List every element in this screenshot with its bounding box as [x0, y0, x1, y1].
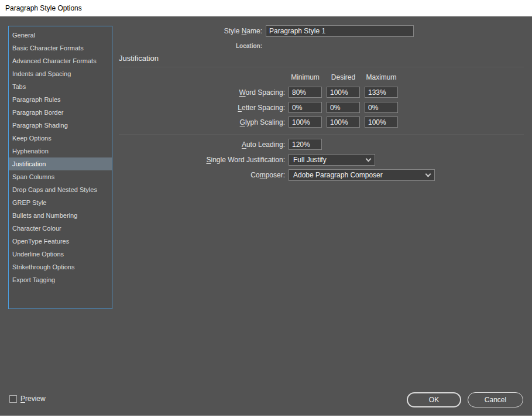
- ok-button[interactable]: OK: [407, 392, 461, 407]
- letter-spacing-minimum-input[interactable]: [289, 102, 322, 113]
- spacing-column-headers: Minimum Desired Maximum: [289, 73, 403, 81]
- style-name-input[interactable]: [266, 25, 414, 37]
- sidebar-item-keep-options[interactable]: Keep Options: [9, 132, 112, 145]
- sidebar-item-paragraph-border[interactable]: Paragraph Border: [9, 106, 112, 119]
- sidebar-item-character-colour[interactable]: Character Colour: [9, 222, 112, 235]
- style-name-label: Style Name:: [119, 27, 266, 35]
- letter-spacing-maximum-input[interactable]: [365, 102, 398, 113]
- glyph-scaling-maximum-input[interactable]: [365, 117, 398, 128]
- single-word-justification-label: Single Word Justification:: [119, 156, 289, 164]
- column-header-minimum: Minimum: [289, 73, 322, 81]
- cancel-button[interactable]: Cancel: [468, 392, 523, 407]
- paragraph-style-options-dialog: Paragraph Style Options General Basic Ch…: [0, 0, 532, 418]
- single-word-justification-value: Full Justify: [293, 156, 327, 164]
- auto-leading-label: Auto Leading:: [119, 141, 289, 149]
- sidebar-item-grep-style[interactable]: GREP Style: [9, 196, 112, 209]
- chevron-down-icon: [366, 156, 372, 162]
- window-title: Paragraph Style Options: [5, 4, 82, 12]
- sidebar-item-underline-options[interactable]: Underline Options: [9, 248, 112, 261]
- sidebar-item-tabs[interactable]: Tabs: [9, 80, 112, 93]
- sidebar-item-hyphenation[interactable]: Hyphenation: [9, 145, 112, 157]
- composer-label: Composer:: [119, 171, 289, 179]
- sidebar-item-advanced-character-formats[interactable]: Advanced Character Formats: [9, 54, 112, 67]
- sidebar-item-strikethrough-options[interactable]: Strikethrough Options: [9, 261, 112, 273]
- titlebar: Paragraph Style Options: [0, 0, 532, 16]
- sidebar-item-justification[interactable]: Justification: [9, 157, 112, 170]
- column-header-desired: Desired: [327, 73, 360, 81]
- single-word-justification-dropdown[interactable]: Full Justify: [289, 154, 375, 166]
- sidebar-item-drop-caps-and-nested-styles[interactable]: Drop Caps and Nested Styles: [9, 183, 112, 196]
- sidebar-item-paragraph-rules[interactable]: Paragraph Rules: [9, 93, 112, 106]
- bottom-strip: [0, 416, 532, 418]
- auto-leading-input[interactable]: [289, 139, 322, 150]
- preview-label: Preview: [20, 395, 46, 403]
- sidebar-item-basic-character-formats[interactable]: Basic Character Formats: [9, 42, 112, 54]
- composer-value: Adobe Paragraph Composer: [293, 171, 383, 179]
- letter-spacing-label: Letter Spacing:: [119, 104, 289, 112]
- word-spacing-label: Word Spacing:: [119, 88, 289, 97]
- sidebar-panel-list: General Basic Character Formats Advanced…: [8, 26, 112, 309]
- sidebar-item-bullets-and-numbering[interactable]: Bullets and Numbering: [9, 209, 112, 222]
- preview-checkbox[interactable]: [9, 395, 17, 403]
- word-spacing-minimum-input[interactable]: [289, 87, 322, 98]
- sidebar-item-indents-and-spacing[interactable]: Indents and Spacing: [9, 67, 112, 80]
- sidebar-item-opentype-features[interactable]: OpenType Features: [9, 235, 112, 248]
- glyph-scaling-desired-input[interactable]: [327, 117, 360, 128]
- sidebar-item-span-columns[interactable]: Span Columns: [9, 170, 112, 183]
- sidebar-item-paragraph-shading[interactable]: Paragraph Shading: [9, 119, 112, 132]
- word-spacing-maximum-input[interactable]: [365, 87, 398, 98]
- location-label: Location:: [119, 43, 266, 49]
- sidebar-item-general[interactable]: General: [9, 29, 112, 42]
- divider-top: [119, 67, 524, 67]
- letter-spacing-desired-input[interactable]: [327, 102, 360, 113]
- word-spacing-desired-input[interactable]: [327, 87, 360, 98]
- panel-title: Justification: [119, 54, 159, 63]
- sidebar-item-export-tagging[interactable]: Export Tagging: [9, 273, 112, 286]
- column-header-maximum: Maximum: [365, 73, 398, 81]
- composer-dropdown[interactable]: Adobe Paragraph Composer: [289, 169, 435, 181]
- glyph-scaling-minimum-input[interactable]: [289, 117, 322, 128]
- glyph-scaling-label: Glyph Scaling:: [119, 118, 289, 126]
- divider-middle: [119, 134, 524, 135]
- chevron-down-icon: [425, 171, 431, 177]
